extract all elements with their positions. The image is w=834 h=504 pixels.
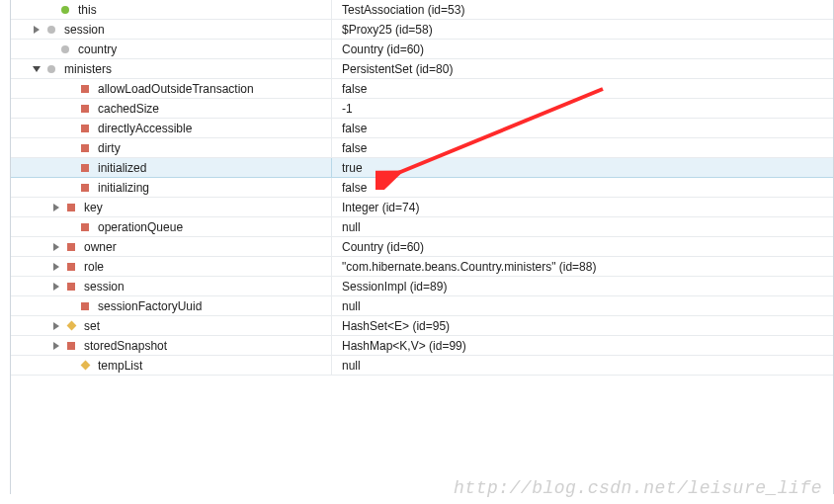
tree-row[interactable]: session$Proxy25 (id=58) (11, 20, 833, 40)
name-cell[interactable]: session (11, 277, 332, 295)
value-cell[interactable]: PersistentSet (id=80) (332, 59, 833, 78)
value-cell[interactable]: true (332, 158, 833, 177)
variable-name: initializing (98, 181, 149, 195)
variable-type-icon (78, 181, 92, 195)
variable-type-icon (78, 141, 92, 155)
name-cell[interactable]: this (11, 0, 332, 19)
value-cell[interactable]: false (332, 79, 833, 98)
value-cell[interactable]: HashSet<E> (id=95) (332, 316, 833, 335)
variable-value: Integer (id=74) (342, 201, 419, 214)
variable-value: -1 (342, 102, 353, 116)
variable-name: role (84, 260, 104, 274)
expand-arrow-right-icon[interactable] (31, 24, 42, 36)
expand-arrow-right-icon[interactable] (50, 340, 62, 352)
variable-value: null (342, 299, 361, 313)
name-cell[interactable]: ministers (11, 59, 332, 78)
tree-row[interactable]: keyInteger (id=74) (11, 198, 833, 217)
svg-marker-7 (53, 342, 59, 350)
tree-row[interactable]: thisTestAssociation (id=53) (11, 0, 833, 20)
variable-type-icon (64, 280, 78, 294)
tree-row[interactable]: storedSnapshotHashMap<K,V> (id=99) (11, 336, 833, 356)
variable-name: sessionFactoryUuid (98, 299, 202, 313)
value-cell[interactable]: null (332, 296, 833, 315)
variable-value: $Proxy25 (id=58) (342, 23, 433, 37)
tree-row[interactable]: ownerCountry (id=60) (11, 237, 833, 257)
tree-row[interactable]: cachedSize-1 (11, 99, 833, 119)
variable-value: "com.hibernate.beans.Country.ministers" … (342, 260, 596, 274)
variable-type-icon (58, 3, 72, 17)
value-cell[interactable]: false (332, 178, 833, 197)
name-cell[interactable]: session (11, 20, 332, 39)
name-cell[interactable]: sessionFactoryUuid (11, 296, 332, 315)
variable-type-icon (78, 220, 92, 234)
variable-name: session (64, 23, 105, 37)
tree-row[interactable]: setHashSet<E> (id=95) (11, 316, 833, 336)
variables-tree[interactable]: thisTestAssociation (id=53)session$Proxy… (10, 0, 834, 494)
variable-value: Country (id=60) (342, 240, 424, 254)
tree-row[interactable]: initializingfalse (11, 178, 833, 198)
variable-value: HashMap<K,V> (id=99) (342, 339, 466, 353)
tree-row[interactable]: countryCountry (id=60) (11, 40, 833, 59)
name-cell[interactable]: cachedSize (11, 99, 332, 118)
expand-arrow-right-icon[interactable] (50, 261, 62, 273)
expand-arrow-right-icon[interactable] (50, 281, 62, 293)
tree-row[interactable]: directlyAccessiblefalse (11, 119, 833, 138)
expand-arrow-right-icon[interactable] (50, 202, 62, 213)
name-cell[interactable]: set (11, 316, 332, 335)
svg-marker-1 (33, 66, 41, 72)
value-cell[interactable]: "com.hibernate.beans.Country.ministers" … (332, 257, 833, 276)
name-cell[interactable]: dirty (11, 138, 332, 157)
name-cell[interactable]: operationQueue (11, 217, 332, 236)
variable-name: dirty (98, 141, 121, 155)
variable-name: set (84, 319, 100, 333)
tree-row[interactable]: tempListnull (11, 356, 833, 376)
svg-marker-4 (53, 263, 59, 271)
variable-type-icon (64, 240, 78, 254)
name-cell[interactable]: storedSnapshot (11, 336, 332, 355)
name-cell[interactable]: initializing (11, 178, 332, 197)
name-cell[interactable]: key (11, 198, 332, 216)
name-cell[interactable]: role (11, 257, 332, 276)
value-cell[interactable]: Country (id=60) (332, 40, 833, 58)
name-cell[interactable]: tempList (11, 356, 332, 375)
variable-name: key (84, 201, 103, 214)
variable-name: tempList (98, 359, 142, 373)
value-cell[interactable]: false (332, 138, 833, 157)
variable-name: operationQueue (98, 220, 183, 234)
variable-value: null (342, 220, 361, 234)
variable-name: owner (84, 240, 117, 254)
value-cell[interactable]: false (332, 119, 833, 137)
name-cell[interactable]: country (11, 40, 332, 58)
variable-type-icon (64, 339, 78, 353)
value-cell[interactable]: SessionImpl (id=89) (332, 277, 833, 295)
value-cell[interactable]: null (332, 356, 833, 375)
value-cell[interactable]: Country (id=60) (332, 237, 833, 256)
name-cell[interactable]: directlyAccessible (11, 119, 332, 137)
expand-arrow-right-icon[interactable] (50, 241, 62, 253)
expand-arrow-down-icon[interactable] (31, 63, 42, 75)
value-cell[interactable]: Integer (id=74) (332, 198, 833, 216)
value-cell[interactable]: TestAssociation (id=53) (332, 0, 833, 19)
tree-row[interactable]: allowLoadOutsideTransactionfalse (11, 79, 833, 99)
tree-row[interactable]: role"com.hibernate.beans.Country.ministe… (11, 257, 833, 277)
value-cell[interactable]: HashMap<K,V> (id=99) (332, 336, 833, 355)
variable-type-icon (64, 201, 78, 214)
tree-row[interactable]: sessionSessionImpl (id=89) (11, 277, 833, 296)
tree-row[interactable]: sessionFactoryUuidnull (11, 296, 833, 316)
tree-row[interactable]: initializedtrue (11, 158, 833, 178)
variable-value: SessionImpl (id=89) (342, 280, 447, 294)
name-cell[interactable]: allowLoadOutsideTransaction (11, 79, 332, 98)
variable-value: HashSet<E> (id=95) (342, 319, 450, 333)
value-cell[interactable]: -1 (332, 99, 833, 118)
tree-row[interactable]: dirtyfalse (11, 138, 833, 158)
svg-marker-6 (53, 322, 59, 330)
value-cell[interactable]: $Proxy25 (id=58) (332, 20, 833, 39)
name-cell[interactable]: initialized (11, 158, 332, 177)
tree-row[interactable]: ministersPersistentSet (id=80) (11, 59, 833, 79)
variable-type-icon (78, 299, 92, 313)
name-cell[interactable]: owner (11, 237, 332, 256)
tree-row[interactable]: operationQueuenull (11, 217, 833, 237)
expand-arrow-right-icon[interactable] (50, 320, 62, 332)
variable-value: false (342, 82, 367, 96)
value-cell[interactable]: null (332, 217, 833, 236)
